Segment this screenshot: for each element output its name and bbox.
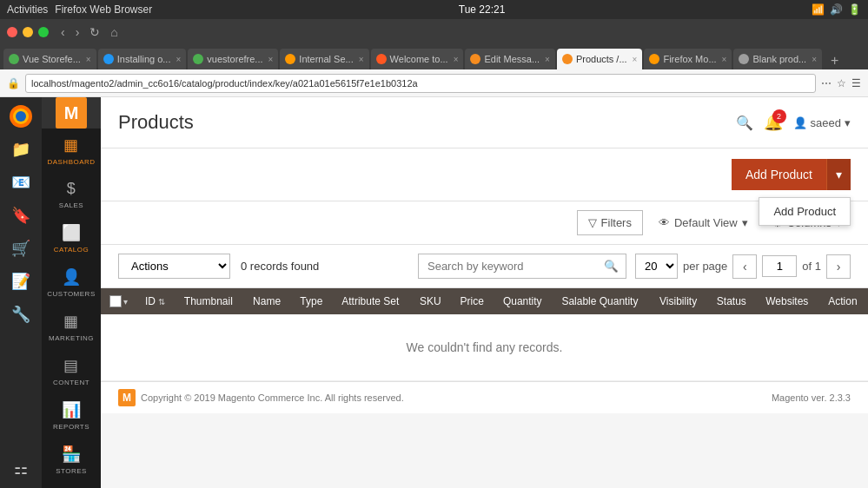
menu-icon[interactable]: ☰ [851,77,861,89]
sidebar-item-catalog[interactable]: ⬜ CATALOG [42,216,101,260]
add-product-button[interactable]: Add Product [732,159,826,190]
tab-2[interactable]: vuestorefre... × [188,49,278,69]
tab-3[interactable]: Internal Se... × [280,49,368,69]
empty-row: We couldn't find any records. [101,314,868,381]
search-input[interactable] [419,254,597,278]
tab-close-5[interactable]: × [545,55,550,64]
sidebar-item-content[interactable]: ▤ CONTENT [42,349,101,393]
tab-4[interactable]: Welcome to... × [371,49,464,69]
prev-page-button[interactable]: ‹ [732,254,757,279]
user-menu-button[interactable]: 👤 saeed ▾ [793,116,851,129]
tab-1[interactable]: Installing o... × [98,49,187,69]
tab-close-8[interactable]: × [812,55,817,64]
sidebar-item-stores[interactable]: 🏪 STORES [42,438,101,482]
sidebar-item-system[interactable]: ⚙ SYSTEM [42,482,101,488]
id-sort-icon[interactable]: ⇅ [158,297,165,307]
reload-button[interactable]: ↻ [86,24,103,40]
sidebar-item-customers[interactable]: 👤 CUSTOMERS [42,260,101,305]
page-title: Products [118,111,194,134]
os-topbar-left: Activities Firefox Web Browser [7,3,152,16]
tab-5[interactable]: Edit Messa... × [465,49,554,69]
add-product-tooltip[interactable]: Add Product [759,197,851,226]
default-view-button[interactable]: 👁 Default View ▾ [650,211,757,234]
view-dropdown-icon: ▾ [742,216,748,229]
table-head: ▾ ID ⇅ Thumbnail Name [101,288,868,314]
per-page-select[interactable]: 20 30 50 [635,254,678,279]
os-topbar-right: 📶 🔊 🔋 [812,3,861,16]
tab-label-7: Firefox Mo... [663,54,716,64]
th-visibility-label: Visibility [659,295,697,307]
star-icon[interactable]: ☆ [837,77,846,89]
products-table: ▾ ID ⇅ Thumbnail Name [101,288,868,381]
dock-apps[interactable]: ⚏ [5,453,36,485]
checkbox-dropdown-button[interactable]: ▾ [123,297,128,307]
sidebar-item-marketing[interactable]: ▦ MARKETING [42,305,101,349]
th-websites-label: Websites [765,295,808,307]
sidebar-item-sales[interactable]: $ SALES [42,173,101,216]
win-close-btn[interactable] [7,27,17,37]
forward-button[interactable]: › [72,24,83,40]
sidebar-label-dashboard: DASHBOARD [47,158,95,166]
sidebar-item-dashboard[interactable]: ▦ DASHBOARD [42,129,101,173]
dock-firefox[interactable] [5,101,36,132]
table-body: We couldn't find any records. [101,314,868,381]
tab-close-7[interactable]: × [722,55,727,64]
th-id-label: ID [145,295,156,307]
header-actions: 🔍 🔔 2 👤 saeed ▾ [736,113,851,132]
th-salable-quantity: Salable Quantity [553,288,651,314]
dock-item-1[interactable]: 📁 [5,134,36,165]
th-status-label: Status [717,295,746,307]
tab-label-2: vuestorefre... [207,54,262,64]
tab-label-3: Internal Se... [299,54,353,64]
dock-item-3[interactable]: 🔖 [5,200,36,231]
magento-logo[interactable]: M [42,97,101,129]
content-area: Products 🔍 🔔 2 👤 saeed ▾ [101,97,868,488]
address-input[interactable] [25,74,816,93]
activities-label[interactable]: Activities [7,3,48,16]
search-submit-button[interactable]: 🔍 [597,254,626,278]
tab-8[interactable]: Blank prod... × [733,49,822,69]
home-button[interactable]: ⌂ [107,24,121,40]
notification-button[interactable]: 🔔 2 [764,113,783,132]
page-of-label: of 1 [802,260,821,273]
tab-7[interactable]: Firefox Mo... × [644,49,732,69]
new-tab-button[interactable]: + [827,52,842,69]
next-page-button[interactable]: › [826,254,851,279]
dock-item-5[interactable]: 📝 [5,266,36,297]
sidebar-label-stores: STORES [56,467,87,475]
win-min-btn[interactable] [23,27,33,37]
sidebar-item-reports[interactable]: 📊 REPORTS [42,393,101,438]
tab-close-4[interactable]: × [454,55,459,64]
firefox-label: Firefox Web Browser [55,3,152,16]
eye-icon: 👁 [659,216,670,229]
win-max-btn[interactable] [38,27,49,37]
back-button[interactable]: ‹ [57,24,69,40]
per-page-label: per page [683,260,727,273]
tab-icon-1 [103,54,114,64]
actions-select[interactable]: Actions Delete Change Status [118,254,230,279]
dock-item-2[interactable]: 📧 [5,167,36,198]
dock-item-4[interactable]: 🛒 [5,233,36,264]
bookmark-icon[interactable]: ⋯ [821,77,832,89]
svg-point-2 [16,111,26,122]
tab-close-1[interactable]: × [176,55,181,64]
tab-close-6[interactable]: × [633,55,638,64]
th-thumbnail: Thumbnail [176,288,244,314]
page-number-input[interactable] [762,255,797,277]
select-all-checkbox[interactable] [109,295,122,307]
th-quantity-label: Quantity [503,295,542,307]
actions-select-wrap: Actions Delete Change Status [118,254,230,279]
header-search-button[interactable]: 🔍 [736,115,753,131]
add-product-container: Add Product ▾ Add Product [118,159,851,190]
battery-icon: 🔋 [848,3,861,16]
tab-close-2[interactable]: × [268,55,274,64]
filters-button[interactable]: ▽ Filters [577,210,643,235]
add-product-dropdown-button[interactable]: ▾ [826,159,851,190]
wifi-icon: 📶 [812,3,825,16]
tab-close-0[interactable]: × [86,55,91,64]
tab-0[interactable]: Vue Storefe... × [3,49,96,69]
dock-item-6[interactable]: 🔧 [5,299,36,330]
tab-close-3[interactable]: × [359,55,364,64]
toolbar-area: Add Product ▾ Add Product [101,148,868,201]
tab-6[interactable]: Products /... × [557,49,643,69]
